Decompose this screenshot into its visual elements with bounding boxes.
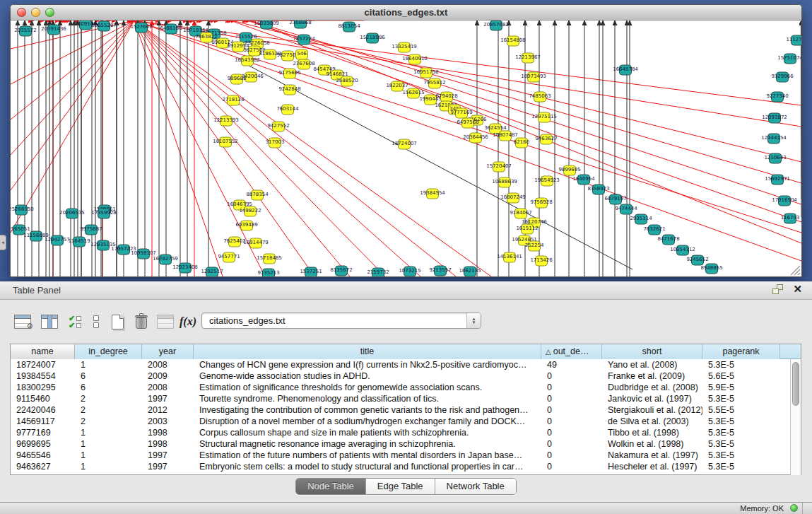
network-node[interactable]: 9135213 [257,269,279,276]
table-row[interactable]: 1830029562008Estimation of significance … [11,382,801,393]
citation-edge-red[interactable] [11,21,134,190]
table-cell[interactable]: Yano et al. (2008) [602,359,702,370]
network-node[interactable]: 6466160 [160,24,182,34]
network-node[interactable]: 2308868 [289,21,311,28]
network-node[interactable]: 9427552 [267,122,289,132]
table-cell[interactable]: 1 [75,438,142,450]
network-node[interactable]: 1615112 [516,224,538,234]
window-minimize-button[interactable] [31,8,40,17]
table-cell[interactable]: 19384554 [11,370,75,382]
table-cell[interactable]: 0 [541,382,602,393]
network-node[interactable]: 9245652 [686,255,708,265]
network-node[interactable]: 317003 [266,138,285,148]
table-cell[interactable]: Dudbridge et al. (2008) [602,382,702,393]
column-header-title[interactable]: title [194,344,541,359]
table-cell[interactable]: Investigating the contribution of common… [194,404,541,416]
tab-edge-table[interactable]: Edge Table [366,479,435,494]
select-columns-icon[interactable]: ✔ ✔ [65,311,85,332]
network-node[interactable]: 8471678 [657,235,679,245]
citation-edge-red[interactable] [230,21,801,222]
network-node[interactable]: 989688 [228,74,247,84]
table-cell[interactable]: Embryonic stem cells: a model to study s… [194,461,541,472]
table-cell[interactable]: Disruption of a novel member of a sodium… [194,416,541,427]
table-cell[interactable]: Hescheler et al. (1997) [602,461,702,472]
table-cell[interactable]: 1997 [142,450,194,461]
table-cell[interactable]: 5.3E-5 [702,450,780,461]
table-cell[interactable]: Stergiakouli et al. (2012) [602,404,702,416]
table-scrollbar[interactable] [790,359,801,475]
network-node[interactable]: 8878354 [246,190,269,200]
network-node[interactable]: 7632621 [643,225,665,235]
function-builder-icon[interactable]: f(x) [178,311,198,332]
network-node[interactable]: 20206535 [59,209,85,218]
network-node[interactable]: 9756928 [530,198,552,208]
citation-edge-red[interactable] [11,21,134,155]
network-canvas[interactable]: 2035572203914362309143106552871527602646… [11,21,801,276]
network-node[interactable]: 9329966 [771,72,794,82]
table-row[interactable]: 1938455462009Genome-wide association stu… [11,370,801,382]
table-cell[interactable]: 0 [541,438,602,450]
network-node[interactable]: 9175685 [278,69,300,78]
network-node[interactable]: 18640910 [402,54,428,64]
delete-entries-icon[interactable] [131,311,151,332]
table-cell[interactable]: Jankovic et al. (1997) [602,393,702,404]
network-node[interactable]: 16107552 [213,137,238,147]
table-cell[interactable]: 5.3E-5 [702,427,780,438]
table-cell[interactable]: de Silva et al. (2003) [602,416,702,427]
network-node[interactable]: 10688639 [492,177,517,187]
table-row[interactable]: 977716911998Corpus callosum shape and si… [11,427,801,438]
table-cell[interactable]: 22420046 [11,404,75,416]
network-node[interactable]: 9242848 [278,85,300,95]
table-cell[interactable]: 0 [541,450,602,461]
network-node[interactable]: 7955812 [423,78,445,88]
table-cell[interactable]: 1 [75,359,142,370]
table-cell[interactable]: 5.6E-5 [702,370,780,382]
network-node[interactable]: 20391436 [41,25,66,35]
table-cell[interactable]: 2008 [142,359,194,370]
table-cell[interactable]: 5.3E-5 [702,461,780,472]
network-node[interactable]: 1292517 [201,267,223,276]
network-node[interactable]: 9975887 [80,225,102,235]
network-node[interactable]: 6039489 [235,221,257,230]
network-node[interactable]: 2935114 [630,214,652,224]
table-cell[interactable]: 2 [75,393,142,404]
network-node[interactable]: 12213393 [213,116,239,126]
float-window-icon[interactable] [772,284,783,294]
scrollbar-thumb[interactable] [792,362,799,406]
network-node[interactable]: 15218986 [360,33,385,43]
table-row[interactable]: 969969511998Structural magnetic resonanc… [11,438,801,450]
network-node[interactable]: 1640954 [572,175,595,185]
column-header-short[interactable]: short [602,344,702,359]
network-node[interactable]: 14136141 [497,252,522,262]
table-cell[interactable]: 6 [75,370,142,382]
table-cell[interactable]: 0 [541,393,602,404]
table-cell[interactable]: 14569117 [11,416,75,427]
network-node[interactable]: 16782759 [153,255,178,264]
network-node[interactable]: 19384554 [420,189,445,199]
network-node[interactable]: 19654923 [534,176,560,186]
table-cell[interactable]: 1998 [142,438,194,450]
table-cell[interactable]: 0 [541,427,602,438]
table-cell[interactable]: Wolkin et al. (1998) [602,438,702,450]
citation-edge-red[interactable] [132,21,801,105]
table-cell[interactable]: 9115460 [11,393,75,404]
table-cell[interactable]: 0 [541,461,602,472]
network-node[interactable]: 1210643 [764,153,786,163]
table-cell[interactable]: 0 [541,404,602,416]
network-node[interactable]: 16914479 [243,238,269,248]
network-node[interactable]: 9457771 [218,252,240,262]
table-cell[interactable]: 2 [75,416,142,427]
network-node[interactable]: 252254 [525,241,544,251]
network-node[interactable]: 25266050 [11,205,34,215]
network-node[interactable]: 2718126 [222,95,245,105]
window-resize-grip[interactable] [791,266,800,275]
table-selector-dropdown[interactable]: citations_edges.txt ▲▼ [201,313,481,329]
network-node[interactable]: 15720407 [486,162,512,172]
network-node[interactable]: 1073215 [399,267,420,276]
table-cell[interactable]: Changes of HCN gene expression and I(f) … [194,359,541,370]
network-node[interactable]: 15718485 [257,254,282,264]
tab-network-table[interactable]: Network Table [435,479,516,494]
network-node[interactable]: 9899695 [558,165,580,175]
table-cell[interactable]: 2009 [142,370,194,382]
network-node[interactable]: 8948855 [700,264,722,274]
